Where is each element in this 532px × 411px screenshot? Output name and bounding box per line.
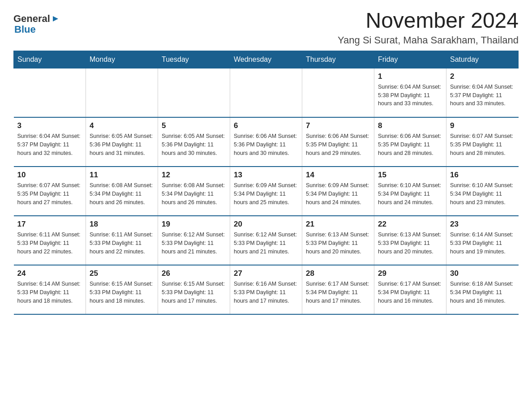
sun-info: Sunrise: 6:13 AM Sunset: 5:33 PM Dayligh… (378, 231, 442, 256)
day-number: 24 (17, 269, 82, 278)
sun-info: Sunrise: 6:06 AM Sunset: 5:36 PM Dayligh… (234, 132, 298, 157)
sun-info: Sunrise: 6:05 AM Sunset: 5:36 PM Dayligh… (162, 132, 226, 157)
calendar-day-cell: 4Sunrise: 6:05 AM Sunset: 5:36 PM Daylig… (86, 117, 158, 167)
sun-info: Sunrise: 6:09 AM Sunset: 5:34 PM Dayligh… (234, 181, 298, 206)
sun-info: Sunrise: 6:08 AM Sunset: 5:34 PM Dayligh… (162, 181, 226, 206)
calendar-week-row: 10Sunrise: 6:07 AM Sunset: 5:35 PM Dayli… (14, 167, 519, 216)
calendar-day-cell (86, 68, 158, 117)
calendar-day-cell (158, 68, 230, 117)
calendar-week-row: 17Sunrise: 6:11 AM Sunset: 5:33 PM Dayli… (14, 216, 519, 265)
day-number: 28 (306, 269, 370, 278)
day-number: 17 (17, 220, 82, 229)
sun-info: Sunrise: 6:11 AM Sunset: 5:33 PM Dayligh… (17, 231, 82, 256)
day-number: 10 (17, 171, 82, 180)
month-title: November 2024 (338, 9, 519, 33)
calendar-day-cell: 24Sunrise: 6:14 AM Sunset: 5:33 PM Dayli… (14, 265, 86, 314)
calendar-day-cell: 15Sunrise: 6:10 AM Sunset: 5:34 PM Dayli… (374, 167, 446, 216)
sun-info: Sunrise: 6:04 AM Sunset: 5:37 PM Dayligh… (450, 83, 515, 108)
sun-info: Sunrise: 6:12 AM Sunset: 5:33 PM Dayligh… (234, 231, 298, 256)
day-of-week-header: Monday (86, 51, 158, 68)
calendar-day-cell: 6Sunrise: 6:06 AM Sunset: 5:36 PM Daylig… (230, 117, 302, 167)
sun-info: Sunrise: 6:05 AM Sunset: 5:36 PM Dayligh… (90, 132, 154, 157)
day-number: 22 (378, 220, 442, 229)
day-number: 21 (306, 220, 370, 229)
calendar-day-cell: 14Sunrise: 6:09 AM Sunset: 5:34 PM Dayli… (302, 167, 374, 216)
calendar-day-cell: 28Sunrise: 6:17 AM Sunset: 5:34 PM Dayli… (302, 265, 374, 314)
sun-info: Sunrise: 6:06 AM Sunset: 5:35 PM Dayligh… (306, 132, 370, 157)
day-number: 20 (234, 220, 298, 229)
logo-blue-text: Blue (14, 24, 36, 35)
calendar-day-cell: 10Sunrise: 6:07 AM Sunset: 5:35 PM Dayli… (14, 167, 86, 216)
calendar-day-cell: 3Sunrise: 6:04 AM Sunset: 5:37 PM Daylig… (14, 117, 86, 167)
calendar-day-cell (302, 68, 374, 117)
logo: General Blue (13, 13, 60, 35)
calendar-day-cell: 22Sunrise: 6:13 AM Sunset: 5:33 PM Dayli… (374, 216, 446, 265)
calendar-day-cell: 19Sunrise: 6:12 AM Sunset: 5:33 PM Dayli… (158, 216, 230, 265)
day-of-week-header: Saturday (446, 51, 519, 68)
logo-general-text: General (13, 13, 50, 24)
sun-info: Sunrise: 6:16 AM Sunset: 5:33 PM Dayligh… (234, 280, 298, 305)
day-number: 16 (450, 171, 515, 180)
sun-info: Sunrise: 6:04 AM Sunset: 5:38 PM Dayligh… (378, 83, 442, 108)
days-of-week-row: SundayMondayTuesdayWednesdayThursdayFrid… (14, 51, 519, 68)
day-number: 7 (306, 121, 370, 130)
sun-info: Sunrise: 6:11 AM Sunset: 5:33 PM Dayligh… (90, 231, 154, 256)
calendar-day-cell: 18Sunrise: 6:11 AM Sunset: 5:33 PM Dayli… (86, 216, 158, 265)
calendar-day-cell (14, 68, 86, 117)
logo-arrow-icon (51, 14, 60, 23)
sun-info: Sunrise: 6:13 AM Sunset: 5:33 PM Dayligh… (306, 231, 370, 256)
sun-info: Sunrise: 6:07 AM Sunset: 5:35 PM Dayligh… (17, 181, 82, 206)
sun-info: Sunrise: 6:12 AM Sunset: 5:33 PM Dayligh… (162, 231, 226, 256)
calendar-day-cell: 2Sunrise: 6:04 AM Sunset: 5:37 PM Daylig… (446, 68, 519, 117)
sun-info: Sunrise: 6:06 AM Sunset: 5:35 PM Dayligh… (378, 132, 442, 157)
sun-info: Sunrise: 6:04 AM Sunset: 5:37 PM Dayligh… (17, 132, 82, 157)
calendar-day-cell: 13Sunrise: 6:09 AM Sunset: 5:34 PM Dayli… (230, 167, 302, 216)
day-number: 23 (450, 220, 515, 229)
day-number: 9 (450, 121, 515, 130)
day-of-week-header: Sunday (14, 51, 86, 68)
sun-info: Sunrise: 6:14 AM Sunset: 5:33 PM Dayligh… (450, 231, 515, 256)
day-number: 18 (90, 220, 154, 229)
calendar-day-cell: 20Sunrise: 6:12 AM Sunset: 5:33 PM Dayli… (230, 216, 302, 265)
day-of-week-header: Thursday (302, 51, 374, 68)
day-number: 6 (234, 121, 298, 130)
day-number: 12 (162, 171, 226, 180)
calendar-week-row: 24Sunrise: 6:14 AM Sunset: 5:33 PM Dayli… (14, 265, 519, 314)
day-number: 3 (17, 121, 82, 130)
day-number: 26 (162, 269, 226, 278)
sun-info: Sunrise: 6:17 AM Sunset: 5:34 PM Dayligh… (378, 280, 442, 305)
calendar-day-cell: 11Sunrise: 6:08 AM Sunset: 5:34 PM Dayli… (86, 167, 158, 216)
day-number: 30 (450, 269, 515, 278)
calendar-header: SundayMondayTuesdayWednesdayThursdayFrid… (14, 51, 519, 68)
calendar-day-cell (230, 68, 302, 117)
calendar-day-cell: 5Sunrise: 6:05 AM Sunset: 5:36 PM Daylig… (158, 117, 230, 167)
calendar-day-cell: 16Sunrise: 6:10 AM Sunset: 5:34 PM Dayli… (446, 167, 519, 216)
day-number: 8 (378, 121, 442, 130)
sun-info: Sunrise: 6:08 AM Sunset: 5:34 PM Dayligh… (90, 181, 154, 206)
sun-info: Sunrise: 6:07 AM Sunset: 5:35 PM Dayligh… (450, 132, 515, 157)
day-of-week-header: Friday (374, 51, 446, 68)
day-number: 25 (90, 269, 154, 278)
sun-info: Sunrise: 6:10 AM Sunset: 5:34 PM Dayligh… (450, 181, 515, 206)
day-number: 1 (378, 72, 442, 81)
sun-info: Sunrise: 6:10 AM Sunset: 5:34 PM Dayligh… (378, 181, 442, 206)
header: General Blue November 2024 Yang Si Surat… (13, 9, 519, 46)
calendar-day-cell: 23Sunrise: 6:14 AM Sunset: 5:33 PM Dayli… (446, 216, 519, 265)
calendar-day-cell: 29Sunrise: 6:17 AM Sunset: 5:34 PM Dayli… (374, 265, 446, 314)
calendar-day-cell: 25Sunrise: 6:15 AM Sunset: 5:33 PM Dayli… (86, 265, 158, 314)
calendar-day-cell: 21Sunrise: 6:13 AM Sunset: 5:33 PM Dayli… (302, 216, 374, 265)
calendar-day-cell: 27Sunrise: 6:16 AM Sunset: 5:33 PM Dayli… (230, 265, 302, 314)
calendar-week-row: 3Sunrise: 6:04 AM Sunset: 5:37 PM Daylig… (14, 117, 519, 167)
day-number: 2 (450, 72, 515, 81)
calendar-day-cell: 9Sunrise: 6:07 AM Sunset: 5:35 PM Daylig… (446, 117, 519, 167)
sun-info: Sunrise: 6:09 AM Sunset: 5:34 PM Dayligh… (306, 181, 370, 206)
day-number: 4 (90, 121, 154, 130)
day-number: 15 (378, 171, 442, 180)
svg-marker-0 (53, 16, 58, 21)
day-number: 11 (90, 171, 154, 180)
day-number: 19 (162, 220, 226, 229)
day-of-week-header: Tuesday (158, 51, 230, 68)
sun-info: Sunrise: 6:15 AM Sunset: 5:33 PM Dayligh… (162, 280, 226, 305)
calendar-day-cell: 12Sunrise: 6:08 AM Sunset: 5:34 PM Dayli… (158, 167, 230, 216)
calendar-day-cell: 8Sunrise: 6:06 AM Sunset: 5:35 PM Daylig… (374, 117, 446, 167)
